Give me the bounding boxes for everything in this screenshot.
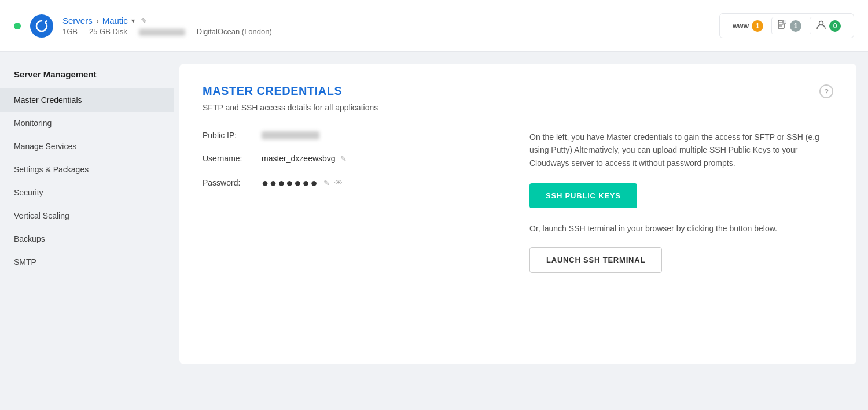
server-ram: 1GB	[62, 27, 78, 36]
breadcrumb-separator: ›	[96, 16, 99, 25]
edit-username-icon[interactable]: ✎	[340, 154, 347, 163]
sidebar-item-master-credentials[interactable]: Master Credentials	[0, 88, 174, 112]
right-description: On the left, you have Master credentials…	[529, 131, 833, 169]
credentials-grid: Public IP: Username: master_dxzeewsbvg ✎	[203, 131, 833, 273]
credentials-right: On the left, you have Master credentials…	[529, 131, 833, 273]
card-subtitle: SFTP and SSH access details for all appl…	[203, 103, 833, 112]
badge-file[interactable]: 1	[771, 17, 807, 34]
sidebar-item-security[interactable]: Security	[0, 181, 174, 204]
password-label: Password:	[203, 178, 255, 187]
badge-user[interactable]: 0	[810, 17, 847, 34]
sidebar-item-backups[interactable]: Backups	[0, 227, 174, 250]
header-badges: www 1 1 0	[719, 13, 854, 38]
file-icon	[778, 20, 787, 32]
sidebar-item-smtp[interactable]: SMTP	[0, 250, 174, 274]
card-header: MASTER CREDENTIALS ?	[203, 84, 833, 98]
server-provider: DigitalOcean (London)	[197, 27, 272, 36]
sidebar-item-manage-services[interactable]: Manage Services	[0, 135, 174, 158]
sidebar-item-settings-packages[interactable]: Settings & Packages	[0, 158, 174, 181]
status-dot	[14, 23, 21, 29]
password-dots: ●●●●●●●	[262, 177, 319, 189]
public-ip-row: Public IP:	[203, 131, 506, 140]
dropdown-arrow-icon[interactable]: ▾	[131, 17, 135, 25]
badge-www[interactable]: www 1	[727, 18, 769, 34]
file-count: 1	[790, 20, 801, 32]
breadcrumb-servers[interactable]: Servers	[62, 16, 93, 25]
launch-description: Or, launch SSH terminal in your browser …	[529, 222, 833, 235]
main-layout: Server Management Master Credentials Mon…	[0, 52, 868, 410]
sidebar: Server Management Master Credentials Mon…	[0, 52, 174, 410]
help-icon[interactable]: ?	[819, 84, 833, 98]
sidebar-title: Server Management	[0, 69, 174, 88]
content-card: MASTER CREDENTIALS ? SFTP and SSH access…	[179, 64, 856, 364]
server-info: Servers › Mautic ▾ ✎ 1GB 25 GB Disk Digi…	[62, 16, 272, 36]
username-label: Username:	[203, 154, 255, 163]
sidebar-item-monitoring[interactable]: Monitoring	[0, 112, 174, 135]
content-area: MASTER CREDENTIALS ? SFTP and SSH access…	[174, 52, 868, 410]
server-ip-blur	[139, 27, 185, 36]
username-row: Username: master_dxzeewsbvg ✎	[203, 154, 506, 163]
password-row: Password: ●●●●●●● ✎ 👁	[203, 177, 506, 189]
username-value: master_dxzeewsbvg ✎	[262, 154, 347, 163]
username-text: master_dxzeewsbvg	[262, 154, 336, 163]
sidebar-item-vertical-scaling[interactable]: Vertical Scaling	[0, 204, 174, 227]
page-title: MASTER CREDENTIALS	[203, 84, 342, 98]
launch-ssh-terminal-button[interactable]: LAUNCH SSH TERMINAL	[529, 247, 662, 273]
credentials-left: Public IP: Username: master_dxzeewsbvg ✎	[203, 131, 506, 202]
breadcrumb-current[interactable]: Mautic	[102, 16, 128, 25]
edit-server-icon[interactable]: ✎	[141, 16, 148, 25]
breadcrumb: Servers › Mautic ▾ ✎	[62, 16, 272, 25]
password-value: ●●●●●●● ✎ 👁	[262, 177, 343, 189]
server-disk: 25 GB Disk	[89, 27, 127, 36]
server-meta: 1GB 25 GB Disk DigitalOcean (London)	[62, 27, 272, 36]
header-left: Servers › Mautic ▾ ✎ 1GB 25 GB Disk Digi…	[14, 14, 272, 38]
toggle-password-icon[interactable]: 👁	[334, 178, 343, 187]
user-count: 0	[829, 20, 841, 32]
top-header: Servers › Mautic ▾ ✎ 1GB 25 GB Disk Digi…	[0, 0, 868, 52]
www-count: 1	[752, 20, 763, 32]
ip-blurred	[262, 131, 319, 139]
user-icon	[816, 20, 826, 32]
public-ip-value	[262, 131, 319, 139]
edit-password-icon[interactable]: ✎	[323, 179, 330, 187]
public-ip-label: Public IP:	[203, 131, 255, 140]
logo-icon	[30, 14, 53, 38]
www-icon: www	[733, 22, 749, 30]
ssh-public-keys-button[interactable]: SSH PUBLIC KEYS	[529, 183, 637, 208]
